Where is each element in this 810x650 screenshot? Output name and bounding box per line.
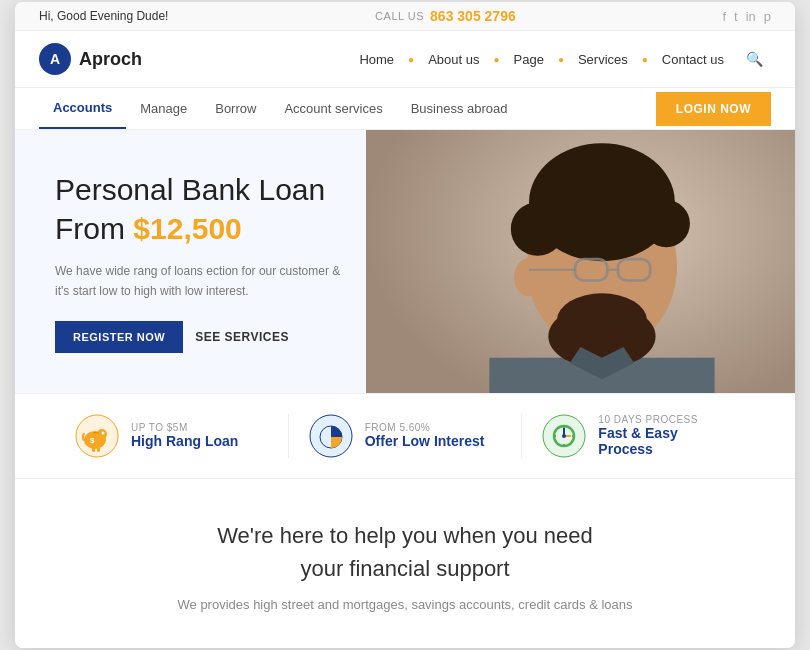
- subnav-business-abroad[interactable]: Business abroad: [397, 89, 522, 128]
- hero-buttons: REGISTER NOW SEE SERVICES: [55, 321, 404, 353]
- feature-fast-process: 10 Days Process Fast & Easy Process: [522, 414, 755, 458]
- feature-low-interest-label: Offer Low Interest: [365, 433, 485, 449]
- greeting-text: Good Evening Dude!: [57, 9, 168, 23]
- call-us: CALL US 863 305 2796: [375, 8, 516, 24]
- bottom-section: We're here to help you when you need you…: [15, 479, 795, 648]
- svg-rect-24: [97, 447, 100, 452]
- main-nav: Home ● About us ● Page ● Services ● Cont…: [349, 47, 771, 71]
- feature-high-rang-text: Up to $5M High Rang Loan: [131, 422, 238, 449]
- bottom-title-line1: We're here to help you when you need: [217, 523, 593, 548]
- nav-item-home[interactable]: Home: [349, 48, 404, 71]
- pie-chart-icon: [309, 414, 353, 458]
- see-services-button[interactable]: SEE SERVICES: [195, 330, 289, 344]
- register-button[interactable]: REGISTER NOW: [55, 321, 183, 353]
- bottom-desc: We provides high street and mortgages, s…: [55, 597, 755, 612]
- svg-rect-25: [93, 432, 99, 434]
- lightning-icon: [542, 414, 586, 458]
- nav-item-page[interactable]: Page: [504, 48, 554, 71]
- subnav-accounts[interactable]: Accounts: [39, 88, 126, 129]
- svg-point-14: [557, 294, 647, 348]
- svg-text:$: $: [90, 436, 95, 445]
- top-bar: Hi, Good Evening Dude! CALL US 863 305 2…: [15, 2, 795, 31]
- hero-amount: $12,500: [133, 212, 241, 245]
- logo-area[interactable]: A Aproch: [39, 43, 142, 75]
- hero-section: Personal Bank Loan From $12,500 We have …: [15, 130, 795, 392]
- bottom-title: We're here to help you when you need you…: [55, 519, 755, 585]
- instagram-icon[interactable]: in: [746, 9, 756, 24]
- feature-fast-process-sublabel: 10 Days Process: [598, 414, 735, 425]
- logo-circle: A: [39, 43, 71, 75]
- greeting-prefix: Hi,: [39, 9, 54, 23]
- greeting: Hi, Good Evening Dude!: [39, 9, 168, 23]
- hero-content: Personal Bank Loan From $12,500 We have …: [15, 130, 444, 392]
- subnav-account-services[interactable]: Account services: [270, 89, 396, 128]
- svg-point-9: [570, 154, 634, 218]
- nav-item-contact[interactable]: Contact us: [652, 48, 734, 71]
- logo-text: Aproch: [79, 49, 142, 70]
- subnav-borrow[interactable]: Borrow: [201, 89, 270, 128]
- features-bar: $ Up to $5M High Rang Loan From 5.60: [15, 393, 795, 479]
- hero-title-line1: Personal Bank Loan: [55, 173, 325, 206]
- feature-low-interest: From 5.60% Offer Low Interest: [289, 414, 523, 458]
- pinterest-icon[interactable]: p: [764, 9, 771, 24]
- header: A Aproch Home ● About us ● Page ● Servic…: [15, 31, 795, 88]
- nav-dot-1: ●: [408, 54, 414, 65]
- svg-rect-23: [92, 447, 95, 452]
- subnav-manage[interactable]: Manage: [126, 89, 201, 128]
- piggy-bank-icon: $: [75, 414, 119, 458]
- social-icons: f t in p: [722, 9, 771, 24]
- svg-point-31: [562, 434, 566, 438]
- phone-number[interactable]: 863 305 2796: [430, 8, 516, 24]
- twitter-icon[interactable]: t: [734, 9, 738, 24]
- browser-window: Hi, Good Evening Dude! CALL US 863 305 2…: [15, 2, 795, 647]
- hero-title: Personal Bank Loan From $12,500: [55, 170, 404, 248]
- bottom-title-line2: your financial support: [300, 556, 509, 581]
- facebook-icon[interactable]: f: [722, 9, 726, 24]
- feature-high-rang-label: High Rang Loan: [131, 433, 238, 449]
- search-icon[interactable]: 🔍: [738, 47, 771, 71]
- logo-letter: A: [50, 51, 60, 67]
- hero-title-from: From: [55, 212, 133, 245]
- nav-item-about[interactable]: About us: [418, 48, 489, 71]
- feature-low-interest-text: From 5.60% Offer Low Interest: [365, 422, 485, 449]
- feature-fast-process-text: 10 Days Process Fast & Easy Process: [598, 414, 735, 457]
- login-button[interactable]: LOGIN NOW: [656, 92, 771, 126]
- call-label: CALL US: [375, 10, 424, 22]
- feature-high-rang: $ Up to $5M High Rang Loan: [55, 414, 289, 458]
- feature-high-rang-sublabel: Up to $5M: [131, 422, 238, 433]
- feature-fast-process-label: Fast & Easy Process: [598, 425, 735, 457]
- svg-point-11: [631, 178, 670, 217]
- nav-dot-2: ●: [493, 54, 499, 65]
- feature-low-interest-sublabel: From 5.60%: [365, 422, 485, 433]
- nav-dot-3: ●: [558, 54, 564, 65]
- svg-point-12: [514, 258, 544, 297]
- hero-description: We have wide rang of loans ection for ou…: [55, 262, 355, 300]
- svg-point-10: [532, 176, 575, 219]
- svg-point-22: [102, 431, 105, 434]
- nav-dot-4: ●: [642, 54, 648, 65]
- nav-item-services[interactable]: Services: [568, 48, 638, 71]
- sub-nav: Accounts Manage Borrow Account services …: [15, 88, 795, 130]
